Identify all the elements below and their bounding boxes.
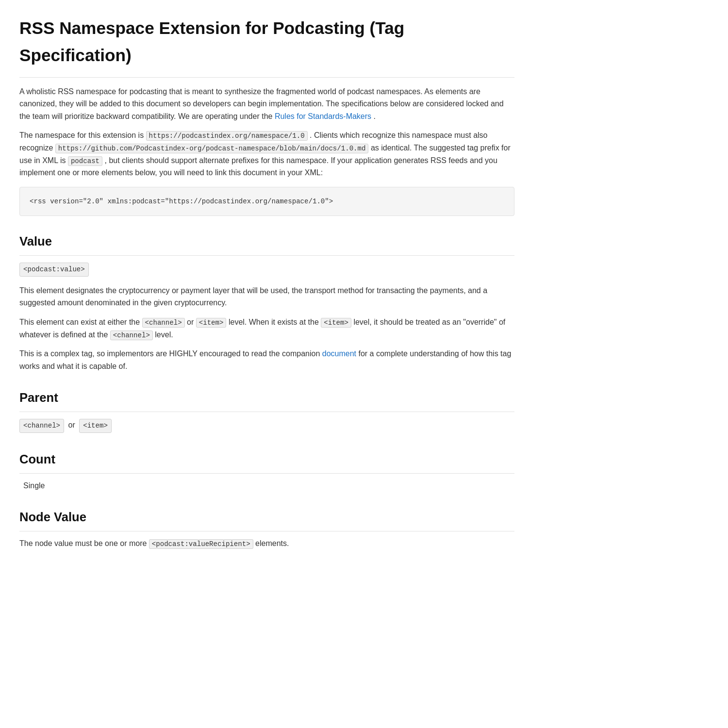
desc2-start: This element can exist at either the (19, 318, 140, 326)
namespace-paragraph: The namespace for this extension is http… (19, 129, 514, 179)
value-description2: This element can exist at either the <ch… (19, 316, 514, 341)
intro-paragraph: A wholistic RSS namespace for podcasting… (19, 85, 514, 123)
desc2-channel: <channel> (142, 318, 185, 328)
value-tag-badge: <podcast:value> (19, 263, 89, 277)
count-value: Single (23, 480, 514, 492)
value-section-content: <podcast:value> This element designates … (19, 262, 514, 550)
desc2-item2: <item> (321, 318, 351, 328)
namespace-url-code: https://podcastindex.org/namespace/1.0 (146, 131, 308, 141)
namespace-github-code: https://github.com/Podcastindex-org/podc… (55, 144, 369, 153)
namespace-prefix-code: podcast (68, 156, 102, 166)
desc2-channel2: <channel> (110, 331, 153, 340)
node-value-end: elements. (255, 539, 289, 547)
namespace-para-start: The namespace for this extension is (19, 131, 144, 139)
value-description1: This element designates the cryptocurren… (19, 284, 514, 309)
page-title: RSS Namespace Extension for Podcasting (… (19, 15, 514, 78)
value-heading: Value (19, 232, 514, 256)
standards-makers-link[interactable]: Rules for Standards-Makers (275, 112, 371, 120)
parent-tags: <channel> or <item> (19, 418, 514, 434)
parent-or-text: or (68, 421, 75, 429)
rss-code-text: <rss version="2.0" xmlns:podcast="https:… (30, 198, 333, 205)
intro-period: . (374, 112, 376, 120)
node-value-heading: Node Value (19, 507, 514, 531)
desc2-mid: level. When it exists at the (229, 318, 319, 326)
node-value-tag: <podcast:valueRecipient> (149, 539, 253, 549)
desc3-start: This is a complex tag, so implementors a… (19, 349, 320, 358)
desc2-item: <item> (196, 318, 227, 328)
intro-text: A wholistic RSS namespace for podcasting… (19, 87, 504, 120)
node-value-paragraph: The node value must be one or more <podc… (19, 537, 514, 550)
node-value-start: The node value must be one or more (19, 539, 147, 547)
value-tag-container: <podcast:value> (19, 262, 514, 278)
parent-channel-tag: <channel> (19, 419, 64, 433)
value-description3: This is a complex tag, so implementors a… (19, 347, 514, 372)
count-heading: Count (19, 449, 514, 474)
desc2-or: or (187, 318, 194, 326)
desc2-end2: level. (155, 331, 173, 339)
parent-item-tag: <item> (79, 419, 112, 433)
parent-heading: Parent (19, 388, 514, 412)
rss-code-block: <rss version="2.0" xmlns:podcast="https:… (19, 187, 514, 216)
value-section: Value <podcast:value> This element desig… (19, 232, 514, 550)
companion-document-link[interactable]: document (322, 349, 356, 358)
